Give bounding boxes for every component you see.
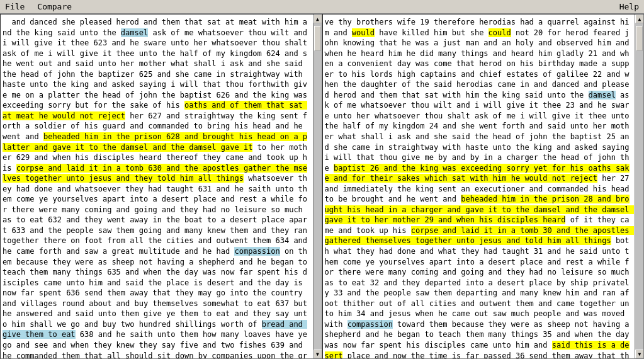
left-scroll-down[interactable]: ▼ xyxy=(314,350,322,358)
left-pane-inner: and danced she pleased herod and them th… xyxy=(1,14,322,358)
main-area: and danced she pleased herod and them th… xyxy=(0,14,644,359)
left-text: and danced she pleased herod and them th… xyxy=(3,18,312,358)
menubar-left: File Compare xyxy=(3,1,74,12)
right-text: ve thy brothers wife 19 therefore herodi… xyxy=(325,18,634,358)
right-pane-inner: ve thy brothers wife 19 therefore herodi… xyxy=(323,14,644,358)
right-scrollbar[interactable]: ▲ ▼ xyxy=(635,14,643,358)
left-scrollbar[interactable]: ▲ ▼ xyxy=(313,14,322,358)
file-menu[interactable]: File xyxy=(3,1,27,12)
left-scroll-track[interactable] xyxy=(314,23,322,350)
left-scroll-up[interactable]: ▲ xyxy=(314,14,322,23)
right-scroll-down[interactable]: ▼ xyxy=(635,350,643,358)
left-text-content[interactable]: and danced she pleased herod and them th… xyxy=(1,14,313,358)
right-scroll-track[interactable] xyxy=(635,23,643,350)
menubar: File Compare Help xyxy=(0,0,644,14)
left-scroll-thumb[interactable] xyxy=(314,26,321,51)
right-pane: ve thy brothers wife 19 therefore herodi… xyxy=(322,14,645,359)
right-scroll-up[interactable]: ▲ xyxy=(635,14,643,23)
help-menu[interactable]: Help xyxy=(617,1,641,12)
right-scroll-thumb[interactable] xyxy=(636,26,643,51)
compare-menu[interactable]: Compare xyxy=(35,1,74,12)
left-pane: and danced she pleased herod and them th… xyxy=(0,14,322,359)
right-text-content[interactable]: ve thy brothers wife 19 therefore herodi… xyxy=(323,14,635,358)
